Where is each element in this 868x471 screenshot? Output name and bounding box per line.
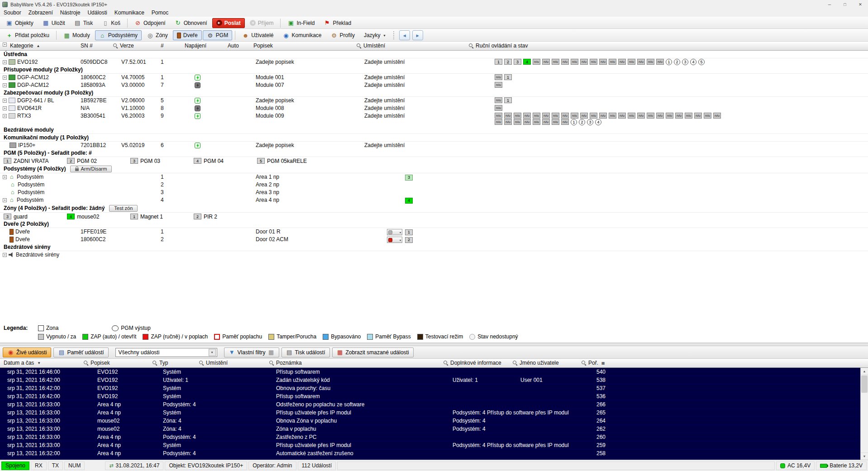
status-badge[interactable]: 3 [130, 158, 138, 164]
pgm-output-badge[interactable]: 3 [587, 119, 593, 125]
status-badge[interactable]: n/u [656, 113, 664, 119]
list-item[interactable]: 4PGM 04 [194, 158, 257, 164]
status-badge[interactable]: 1 [504, 74, 512, 80]
pgm-output-badge[interactable]: 4 [690, 59, 696, 65]
pgm-output-badge[interactable]: 1 [666, 59, 672, 65]
button-objekty[interactable]: ▣Objekty [2, 18, 38, 28]
list-item[interactable]: 3PGM 03 [130, 158, 194, 164]
status-badge[interactable]: n/u [495, 82, 502, 88]
column-verze[interactable]: Verze [113, 43, 134, 49]
list-item[interactable]: 2PIR 2 [194, 214, 257, 220]
status-badge[interactable]: n/u [514, 113, 521, 119]
scroll-down-icon[interactable]: ▼ [861, 452, 868, 460]
status-badge[interactable]: 3 [514, 59, 521, 65]
menu-pomoc[interactable]: Pomoc [148, 9, 172, 16]
scroll-up-icon[interactable]: ▲ [861, 368, 868, 375]
status-badge[interactable]: 4 [67, 214, 75, 219]
status-badge[interactable]: 2 [405, 237, 413, 243]
status-badge[interactable]: n/u [590, 113, 597, 119]
status-badge[interactable]: n/u [495, 113, 502, 119]
button-uzivatele[interactable]: ☻Uživatelé [238, 30, 277, 40]
module-row[interactable]: +DGP-ACM121858093AV3.000007Module 007Zad… [0, 81, 868, 89]
button-zobrazit-smazane-udalosti[interactable]: ▦Zobrazit smazané události [332, 347, 414, 357]
status-badge[interactable]: n/u [561, 119, 569, 125]
menu-soubor[interactable]: Soubor [0, 9, 25, 16]
expand-icon[interactable]: + [3, 60, 7, 64]
event-row[interactable]: srp 13, 2021 16:32:00Area 4 npPodsystém:… [0, 449, 868, 457]
event-row[interactable]: srp 13, 2021 16:33:00Area 4 npPodsystém:… [0, 433, 868, 441]
module-row[interactable]: Dveře1FFE019E1Door 01 R▾1 [0, 228, 868, 236]
event-row[interactable]: srp 31, 2021 16:46:00EVO192SystémPřístup… [0, 368, 868, 376]
module-row[interactable]: +DGP-ACM12180600C2V4.700051Module 001Zad… [0, 74, 868, 81]
status-badge[interactable]: n/u [495, 97, 502, 103]
status-badge[interactable]: n/u [571, 59, 578, 65]
module-row[interactable]: Dveře180600C22Door 02 ACM▾2 [0, 236, 868, 243]
expand-icon[interactable]: + [3, 83, 7, 87]
status-badge[interactable]: 3 [4, 214, 11, 219]
column-auto[interactable]: Auto [228, 43, 239, 49]
status-badge[interactable]: n/u [647, 59, 654, 65]
status-badge[interactable]: n/u [504, 119, 512, 125]
list-item[interactable]: 5PGM 05kaRELE [257, 158, 320, 164]
status-badge[interactable]: n/u [694, 113, 702, 119]
column-poznamka[interactable]: Poznámka [269, 360, 302, 366]
expand-icon[interactable]: + [3, 114, 7, 118]
status-badge[interactable]: n/u [552, 119, 559, 125]
status-badge[interactable]: 5 [257, 158, 265, 164]
status-badge[interactable]: n/u [552, 113, 559, 119]
expand-icon[interactable]: + [3, 175, 7, 179]
button-preklad[interactable]: ⚑Překlad [320, 18, 355, 28]
module-row[interactable]: +DGP2-641 / BL1B5927BEV2.060005Zadejte p… [0, 97, 868, 105]
status-badge[interactable]: n/u [533, 59, 540, 65]
status-badge[interactable]: n/u [561, 59, 569, 65]
module-row[interactable]: ⌂Podsystém2Area 2 np [0, 181, 868, 189]
module-row[interactable]: IP150+7201BB12V5.020196Zadejte popisekZa… [0, 142, 868, 149]
module-row[interactable]: +EVO641RN/AV1.100008Module 008Zadejte um… [0, 105, 868, 112]
button-tisk[interactable]: ▤Tisk [70, 18, 97, 28]
status-badge[interactable]: n/u [656, 59, 664, 65]
event-row[interactable]: srp 31, 2021 16:42:00EVO192SystémPřístup… [0, 392, 868, 400]
module-row[interactable]: ⌂Podsystém3Area 3 np [0, 189, 868, 196]
column-sn[interactable]: SN # [81, 43, 93, 49]
event-row[interactable]: srp 13, 2021 16:33:00mouse02Zóna: 4Zóna … [0, 425, 868, 433]
status-badge[interactable]: 2 [194, 214, 201, 219]
status-badge[interactable]: n/u [590, 59, 597, 65]
status-badge[interactable]: n/u [637, 113, 645, 119]
button-dvere[interactable]: Dveře [173, 30, 202, 40]
minimize-button[interactable]: ─ [822, 0, 837, 9]
module-row[interactable]: +RTX33B300541V6.200039Module 009Zadejte … [0, 112, 868, 126]
module-row[interactable]: +⌂Podsystém1Area 1 np3 [0, 173, 868, 181]
status-badge[interactable]: n/u [580, 59, 588, 65]
status-badge[interactable]: n/u [704, 113, 711, 119]
button-test-zon[interactable]: Test zón [109, 205, 138, 212]
column-napajeni[interactable]: Napájení [185, 43, 206, 49]
column-rucni-ovladani[interactable]: Ruční ovládání a stav [469, 43, 528, 49]
status-badge[interactable]: n/u [495, 119, 502, 125]
status-badge[interactable]: n/u [628, 113, 635, 119]
status-badge[interactable]: n/u [628, 59, 635, 65]
door-state-dropdown[interactable]: ▾ [387, 229, 402, 235]
button-jazyky[interactable]: Jazyky▾ [360, 30, 390, 40]
module-row[interactable]: +EVO1920509DDC8V7.52.0011Zadejte popisek… [0, 58, 868, 66]
expand-icon[interactable]: + [3, 76, 7, 80]
module-row[interactable]: +⌂Podsystém4Area 4 np4 [0, 196, 868, 204]
pgm-output-badge[interactable]: 3 [682, 59, 688, 65]
status-badge[interactable]: n/u [495, 74, 502, 80]
close-button[interactable]: ✕ [853, 0, 868, 9]
tab-zive-udalosti[interactable]: ◉Živé události [3, 347, 51, 357]
button-prijem[interactable]: ◄Příjem [246, 18, 278, 28]
column-popisek[interactable]: Popisek [84, 360, 110, 366]
column-typ[interactable]: Typ [153, 360, 168, 366]
event-row[interactable]: srp 13, 2021 16:33:00Area 4 npSystémPřís… [0, 409, 868, 417]
back-button[interactable]: ◄ [399, 30, 410, 40]
status-badge[interactable]: n/u [618, 59, 626, 65]
expand-icon[interactable]: + [3, 198, 7, 202]
pgm-output-badge[interactable]: 1 [571, 119, 577, 125]
button-moduly[interactable]: ▦Moduly [59, 30, 94, 40]
pgm-output-badge[interactable]: 2 [674, 59, 680, 65]
status-badge[interactable]: n/u [713, 113, 721, 119]
pgm-output-badge[interactable]: 2 [579, 119, 585, 125]
event-row[interactable]: srp 13, 2021 16:33:00mouse02Zóna: 4Obnov… [0, 417, 868, 425]
menu-zobrazeni[interactable]: Zobrazení [25, 9, 57, 16]
scrollbar-thumb[interactable] [861, 376, 868, 393]
